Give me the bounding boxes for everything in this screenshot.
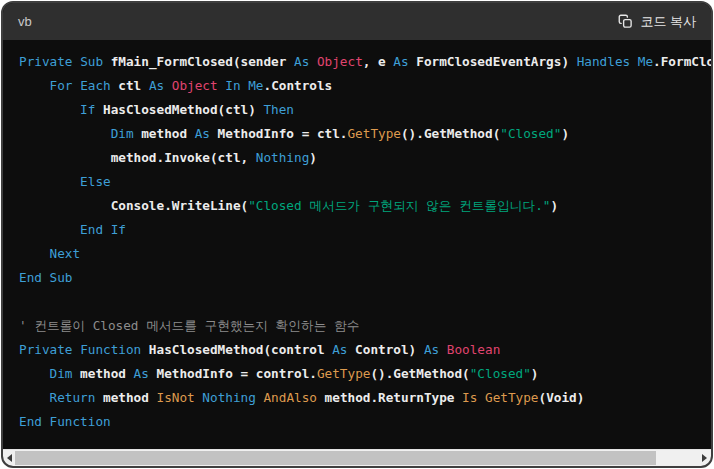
code-token: Me bbox=[248, 78, 263, 93]
code-token: (Void) bbox=[539, 390, 585, 405]
code-token: "Closed" bbox=[500, 126, 561, 141]
code-line: Dim method As MethodInfo = control.GetTy… bbox=[19, 362, 695, 386]
copy-icon bbox=[618, 14, 633, 29]
code-token: , e bbox=[363, 54, 394, 69]
code-token: "Closed" bbox=[470, 366, 531, 381]
code-line: Console.WriteLine("Closed 메서드가 구현되지 않은 컨… bbox=[19, 194, 695, 218]
code-line: Private Sub fMain_FormClosed(sender As O… bbox=[19, 50, 695, 74]
code-token: MethodInfo = ctl. bbox=[210, 126, 348, 141]
code-line: End If bbox=[19, 218, 695, 242]
code-token: Nothing bbox=[256, 150, 309, 165]
code-token: MethodInfo = control. bbox=[149, 366, 317, 381]
language-label: vb bbox=[18, 14, 32, 29]
code-token: Object bbox=[317, 54, 363, 69]
horizontal-scrollbar[interactable] bbox=[3, 449, 711, 466]
code-token bbox=[630, 54, 638, 69]
copy-code-button[interactable]: 코드 복사 bbox=[618, 13, 696, 31]
code-token: ) bbox=[550, 198, 558, 213]
code-token: Boolean bbox=[447, 342, 500, 357]
code-token: "Closed 메서드가 구현되지 않은 컨트롤입니다." bbox=[248, 198, 550, 213]
code-token: Function bbox=[80, 342, 141, 357]
code-token: End If bbox=[80, 222, 126, 237]
code-token: Next bbox=[50, 246, 81, 261]
code-token: As bbox=[134, 366, 149, 381]
code-token: If bbox=[80, 102, 95, 117]
code-token: As bbox=[195, 126, 210, 141]
code-token: Then bbox=[263, 102, 294, 117]
code-token: Nothing bbox=[202, 390, 255, 405]
code-token bbox=[19, 366, 50, 381]
code-line: End Function bbox=[19, 410, 695, 434]
code-token: For bbox=[50, 78, 73, 93]
code-token bbox=[309, 54, 317, 69]
code-token: ' 컨트롤이 Closed 메서드를 구현했는지 확인하는 함수 bbox=[19, 318, 359, 333]
code-token: As bbox=[294, 54, 309, 69]
code-token bbox=[72, 54, 80, 69]
code-token: GetType bbox=[317, 366, 370, 381]
code-token bbox=[19, 78, 50, 93]
code-token: IsNot bbox=[157, 390, 195, 405]
code-token: Dim bbox=[50, 366, 73, 381]
code-token: HasClosedMethod(control bbox=[141, 342, 332, 357]
scroll-left-button[interactable] bbox=[4, 450, 15, 466]
code-line: If HasClosedMethod(ctl) Then bbox=[19, 98, 695, 122]
code-token bbox=[164, 78, 172, 93]
code-line bbox=[19, 290, 695, 314]
code-token bbox=[19, 174, 80, 189]
code-token: Object bbox=[172, 78, 218, 93]
code-token: .FormClosed bbox=[653, 54, 711, 69]
code-token: method bbox=[134, 126, 195, 141]
code-token: method bbox=[72, 366, 133, 381]
code-token bbox=[19, 390, 50, 405]
scroll-left-arrow-icon bbox=[7, 454, 12, 462]
code-token: Sub bbox=[80, 54, 103, 69]
code-token bbox=[19, 246, 50, 261]
code-token: Console.WriteLine( bbox=[19, 198, 248, 213]
code-token bbox=[19, 102, 80, 117]
code-content: Private Sub fMain_FormClosed(sender As O… bbox=[3, 40, 711, 449]
code-token bbox=[19, 222, 80, 237]
code-token bbox=[72, 78, 80, 93]
code-token bbox=[477, 390, 485, 405]
code-token: ) bbox=[531, 366, 539, 381]
code-token: Each bbox=[80, 78, 111, 93]
code-line: End Sub bbox=[19, 266, 695, 290]
code-token: ) bbox=[561, 126, 569, 141]
code-token: ) bbox=[309, 150, 317, 165]
code-token: As bbox=[332, 342, 347, 357]
code-token: Private bbox=[19, 342, 72, 357]
code-token: Dim bbox=[111, 126, 134, 141]
code-token: method.ReturnType bbox=[317, 390, 462, 405]
scrollbar-thumb[interactable] bbox=[15, 451, 656, 465]
scroll-right-arrow-icon bbox=[702, 454, 707, 462]
code-line: Else bbox=[19, 170, 695, 194]
code-line: Next bbox=[19, 242, 695, 266]
code-token: GetType bbox=[347, 126, 400, 141]
code-token: Control) bbox=[347, 342, 423, 357]
code-line: Dim method As MethodInfo = ctl.GetType()… bbox=[19, 122, 695, 146]
code-token: As bbox=[424, 342, 439, 357]
code-token: fMain_FormClosed(sender bbox=[103, 54, 294, 69]
code-token: Is bbox=[462, 390, 477, 405]
scroll-right-button[interactable] bbox=[699, 450, 710, 466]
code-token: Return bbox=[50, 390, 96, 405]
code-token: As bbox=[149, 78, 164, 93]
code-token: Else bbox=[80, 174, 111, 189]
code-line: For Each ctl As Object In Me.Controls bbox=[19, 74, 695, 98]
code-token: method.Invoke(ctl, bbox=[19, 150, 256, 165]
code-token bbox=[19, 126, 111, 141]
code-token: GetType bbox=[485, 390, 538, 405]
code-line: method.Invoke(ctl, Nothing) bbox=[19, 146, 695, 170]
code-line: Return method IsNot Nothing AndAlso meth… bbox=[19, 386, 695, 410]
code-token bbox=[72, 342, 80, 357]
code-token: Handles bbox=[577, 54, 630, 69]
code-line: ' 컨트롤이 Closed 메서드를 구현했는지 확인하는 함수 bbox=[19, 314, 695, 338]
code-token: Me bbox=[638, 54, 653, 69]
code-token: Private bbox=[19, 54, 72, 69]
code-token bbox=[439, 342, 447, 357]
code-token: AndAlso bbox=[263, 390, 316, 405]
code-token: ().GetMethod( bbox=[370, 366, 469, 381]
code-token: HasClosedMethod(ctl) bbox=[95, 102, 263, 117]
code-token: In bbox=[225, 78, 240, 93]
code-token: As bbox=[393, 54, 408, 69]
